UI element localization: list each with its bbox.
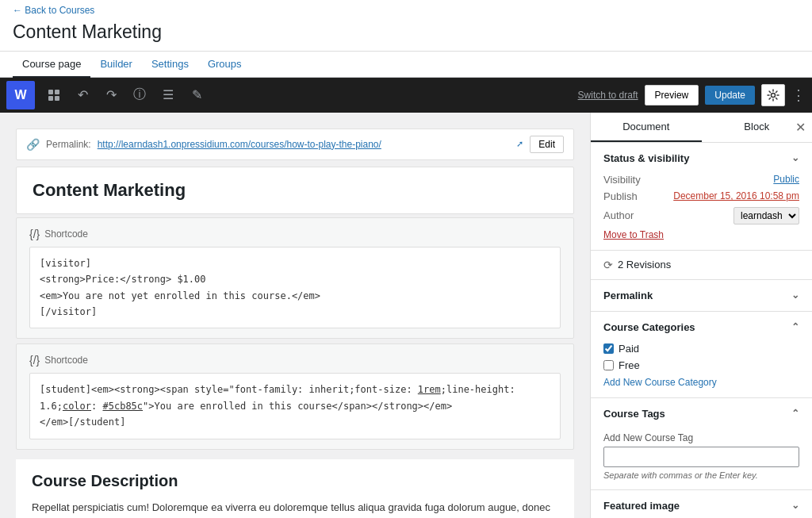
tabs-bar: Course page Builder Settings Groups (0, 52, 812, 78)
page-title: Content Marketing (13, 17, 799, 51)
svg-point-4 (772, 93, 776, 97)
redo-icon[interactable]: ↷ (98, 82, 124, 108)
category-paid-checkbox[interactable] (603, 343, 614, 354)
visibility-row: Visibility Public (603, 174, 799, 186)
tab-builder[interactable]: Builder (90, 52, 141, 78)
permalink-section: Permalink ⌄ (591, 280, 812, 312)
preview-button[interactable]: Preview (645, 85, 699, 106)
tab-settings[interactable]: Settings (142, 52, 198, 78)
revisions-row[interactable]: ⟳ 2 Revisions (591, 251, 812, 280)
content-title-text[interactable]: Content Marketing (33, 180, 557, 201)
tag-input-label: Add New Course Tag (603, 432, 799, 443)
add-block-icon[interactable] (41, 82, 67, 108)
shortcode-block-2: {/} Shortcode [student]<em><strong><span… (16, 343, 574, 449)
course-categories-header[interactable]: Course Categories ⌃ (591, 312, 812, 343)
permalink-section-header[interactable]: Permalink ⌄ (591, 280, 812, 311)
permalink-edit-button[interactable]: Edit (530, 136, 564, 153)
tab-groups[interactable]: Groups (198, 52, 251, 78)
category-paid-row: Paid (603, 343, 799, 355)
permalink-section-label: Permalink (603, 290, 653, 301)
revisions-label: 2 Revisions (618, 259, 671, 271)
editor-sidebar: Document Block ✕ Status & visibility ⌄ V… (590, 113, 812, 518)
block-2-line-2: </em>[/student] (40, 414, 550, 430)
category-free-row: Free (603, 359, 799, 371)
author-label: Author (603, 209, 634, 221)
editor-toolbar: W ↶ ↷ ⓘ ☰ ✎ Switch to draft Preview Upda… (0, 78, 812, 113)
external-link-icon: ➚ (516, 139, 523, 149)
toolbar-left: W ↶ ↷ ⓘ ☰ ✎ (6, 81, 209, 109)
add-course-category-link[interactable]: Add New Course Category (603, 377, 717, 388)
publish-row: Publish December 15, 2016 10:58 pm (603, 190, 799, 202)
top-bar: ← Back to Courses Content Marketing (0, 0, 812, 52)
block-1-line-4: [/visitor] (40, 304, 550, 320)
author-row: Author learndash (603, 207, 799, 224)
undo-icon[interactable]: ↶ (70, 82, 95, 108)
featured-image-section: Featured image ⌄ (591, 490, 812, 518)
content-title-block: Content Marketing (16, 167, 574, 214)
shortcode-icon-1: {/} (29, 228, 40, 240)
sidebar-close-button[interactable]: ✕ (795, 120, 806, 135)
tag-input-area: Add New Course Tag Separate with commas … (603, 432, 799, 480)
status-visibility-section: Status & visibility ⌄ Visibility Public … (591, 143, 812, 251)
course-categories-chevron: ⌃ (791, 321, 799, 332)
move-to-trash-link[interactable]: Move to Trash (603, 229, 799, 240)
visibility-label: Visibility (603, 174, 641, 186)
block-2-line-1: [student]<em><strong><span style="font-f… (40, 382, 550, 414)
sidebar-tab-document[interactable]: Document (591, 113, 702, 142)
block-1-header: {/} Shortcode (29, 228, 561, 240)
block-2-header: {/} Shortcode (29, 354, 561, 366)
revisions-icon: ⟳ (603, 259, 613, 271)
back-to-courses-link[interactable]: ← Back to Courses (13, 0, 799, 17)
course-tag-input[interactable] (603, 447, 799, 467)
course-tags-content: Add New Course Tag Separate with commas … (591, 432, 812, 489)
toolbar-right: Switch to draft Preview Update ⋮ (578, 84, 806, 106)
block-1-line-1: [visitor] (40, 255, 550, 271)
block-2-content[interactable]: [student]<em><strong><span style="font-f… (29, 373, 561, 439)
course-tags-chevron: ⌃ (791, 408, 799, 419)
switch-to-draft-button[interactable]: Switch to draft (578, 90, 638, 101)
svg-rect-3 (55, 96, 59, 101)
permalink-url[interactable]: http://learndash1.onpressidium.com/cours… (98, 139, 511, 150)
category-free-label: Free (619, 359, 640, 371)
block-2-label: Shortcode (44, 355, 88, 366)
status-visibility-chevron: ⌄ (791, 152, 799, 163)
status-visibility-label: Status & visibility (603, 152, 689, 164)
block-1-line-2: <strong>Price:</strong> $1.00 (40, 271, 550, 287)
edit-icon[interactable]: ✎ (184, 82, 209, 108)
svg-rect-1 (55, 90, 59, 94)
course-tags-label: Course Tags (603, 408, 665, 420)
sidebar-tabs: Document Block ✕ (591, 113, 812, 143)
status-visibility-header[interactable]: Status & visibility ⌄ (591, 143, 812, 174)
block-1-content[interactable]: [visitor] <strong>Price:</strong> $1.00 … (29, 247, 561, 329)
svg-rect-0 (48, 90, 53, 94)
category-free-checkbox[interactable] (603, 360, 614, 370)
svg-rect-2 (48, 96, 53, 101)
more-options-button[interactable]: ⋮ (791, 86, 806, 104)
permalink-bar: 🔗 Permalink: http://learndash1.onpressid… (16, 129, 574, 160)
permalink-label: Permalink: (46, 139, 91, 150)
status-visibility-content: Visibility Public Publish December 15, 2… (591, 174, 812, 250)
info-icon[interactable]: ⓘ (127, 82, 152, 108)
link-icon: 🔗 (26, 138, 40, 151)
course-description-title: Course Description (32, 472, 558, 490)
course-categories-section: Course Categories ⌃ Paid Free Add New Co… (591, 312, 812, 398)
category-paid-label: Paid (619, 343, 639, 355)
permalink-chevron: ⌄ (791, 290, 799, 301)
editor-main: 🔗 Permalink: http://learndash1.onpressid… (0, 113, 590, 518)
editor-blocks: {/} Shortcode [visitor] <strong>Price:</… (16, 217, 574, 453)
author-select[interactable]: learndash (733, 207, 799, 224)
course-tags-header[interactable]: Course Tags ⌃ (591, 398, 812, 429)
list-view-icon[interactable]: ☰ (155, 82, 181, 108)
tag-hint: Separate with commas or the Enter key. (603, 470, 799, 480)
tab-course-page[interactable]: Course page (13, 52, 90, 78)
settings-gear-button[interactable] (761, 84, 785, 106)
course-categories-label: Course Categories (603, 321, 695, 333)
visibility-value[interactable]: Public (773, 174, 799, 185)
update-button[interactable]: Update (705, 86, 755, 105)
publish-value[interactable]: December 15, 2016 10:58 pm (673, 190, 799, 201)
course-description-block: Course Description Repellat perspiciatis… (16, 459, 574, 518)
featured-image-header[interactable]: Featured image ⌄ (591, 490, 812, 518)
featured-image-label: Featured image (603, 500, 680, 512)
block-1-line-3: <em>You are not yet enrolled in this cou… (40, 288, 550, 304)
editor-body: 🔗 Permalink: http://learndash1.onpressid… (0, 113, 812, 518)
